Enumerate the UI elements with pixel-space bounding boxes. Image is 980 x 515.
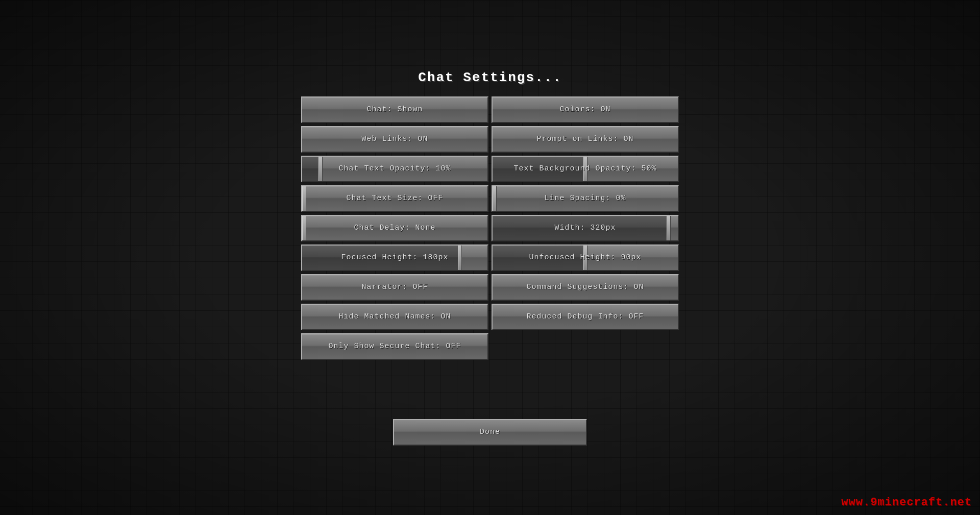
width-slider[interactable]: Width: 320px — [492, 215, 679, 241]
command-suggestions-button[interactable]: Command Suggestions: ON — [492, 274, 679, 301]
settings-grid: Chat: Shown Colors: ON Web Links: ON Pro… — [301, 96, 679, 360]
slider-handle — [493, 186, 497, 211]
focused-height-slider[interactable]: Focused Height: 180px — [301, 244, 488, 271]
line-spacing-slider[interactable]: Line Spacing: 0% — [492, 185, 679, 212]
reduced-debug-info-button[interactable]: Reduced Debug Info: OFF — [492, 304, 679, 330]
slider-handle — [458, 246, 462, 270]
slider-handle — [302, 216, 306, 240]
slider-handle — [318, 157, 323, 181]
chat-shown-button[interactable]: Chat: Shown — [301, 96, 488, 123]
colors-on-button[interactable]: Colors: ON — [492, 96, 679, 123]
slider-handle — [302, 186, 306, 211]
done-button[interactable]: Done — [393, 419, 587, 446]
text-background-opacity-slider[interactable]: Text Background Opacity: 50% — [492, 156, 679, 182]
empty-cell — [492, 333, 679, 360]
page-title: Chat Settings... — [418, 70, 562, 85]
chat-text-opacity-slider[interactable]: Chat Text Opacity: 10% — [301, 156, 488, 182]
slider-handle — [667, 216, 671, 240]
narrator-button[interactable]: Narrator: OFF — [301, 274, 488, 301]
only-show-secure-chat-button[interactable]: Only Show Secure Chat: OFF — [301, 333, 488, 360]
unfocused-height-slider[interactable]: Unfocused Height: 90px — [492, 244, 679, 271]
chat-delay-slider[interactable]: Chat Delay: None — [301, 215, 488, 241]
prompt-on-links-button[interactable]: Prompt on Links: ON — [492, 126, 679, 153]
slider-track — [302, 157, 321, 181]
main-container: Chat Settings... Chat: Shown Colors: ON … — [296, 70, 684, 446]
watermark: www.9minecraft.net — [841, 496, 972, 509]
web-links-button[interactable]: Web Links: ON — [301, 126, 488, 153]
hide-matched-names-button[interactable]: Hide Matched Names: ON — [301, 304, 488, 330]
chat-text-size-slider[interactable]: Chat Text Size: OFF — [301, 185, 488, 212]
